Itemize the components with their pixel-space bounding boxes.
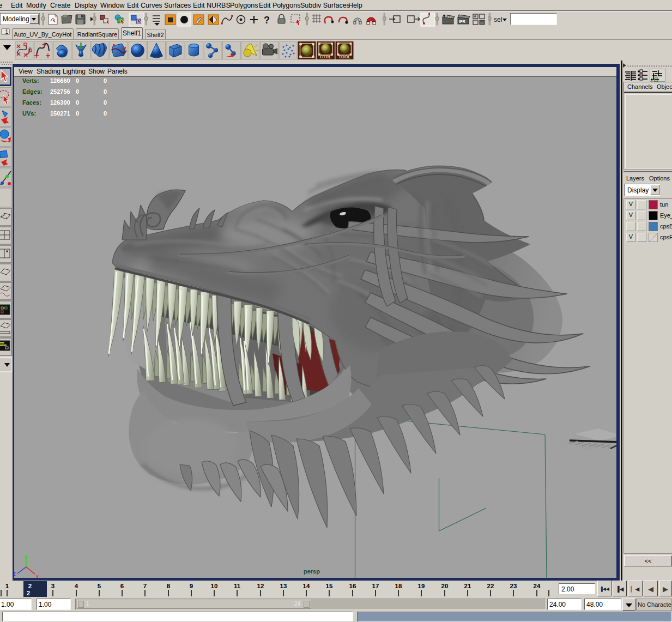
svg-text:9: 9 [190, 583, 193, 589]
svg-text:24: 24 [534, 583, 541, 589]
svg-text:2: 2 [28, 583, 32, 589]
svg-text:y: y [25, 554, 27, 560]
svg-text:19: 19 [418, 583, 425, 589]
svg-text:13: 13 [280, 583, 287, 589]
svg-text:10: 10 [211, 583, 218, 589]
svg-text:17: 17 [372, 583, 379, 589]
svg-text:11: 11 [234, 583, 241, 589]
svg-text:14: 14 [303, 583, 310, 589]
svg-text:sel: sel [494, 16, 502, 23]
svg-text:23: 23 [510, 583, 517, 589]
svg-text:21: 21 [464, 583, 471, 589]
svg-text:1: 1 [5, 583, 9, 589]
svg-text:z: z [14, 571, 16, 577]
svg-text:22: 22 [487, 583, 494, 589]
svg-text:3: 3 [51, 583, 55, 589]
svg-text:18: 18 [395, 583, 402, 589]
svg-text:CTRL: CTRL [320, 55, 331, 59]
svg-text:6: 6 [120, 583, 124, 589]
svg-text:7: 7 [143, 583, 147, 589]
svg-text:TOOL: TOOL [338, 55, 350, 59]
svg-text:20: 20 [441, 583, 449, 589]
svg-text:5: 5 [98, 583, 101, 589]
svg-text:?: ? [264, 15, 270, 26]
svg-text:16: 16 [349, 583, 356, 589]
svg-text:4: 4 [75, 583, 78, 589]
svg-text:2: 2 [27, 590, 30, 596]
svg-text:IPR: IPR [459, 20, 465, 23]
svg-text:12: 12 [257, 583, 264, 589]
svg-text:x: x [36, 573, 39, 578]
svg-text:15: 15 [326, 583, 333, 589]
svg-text:8: 8 [167, 583, 171, 589]
